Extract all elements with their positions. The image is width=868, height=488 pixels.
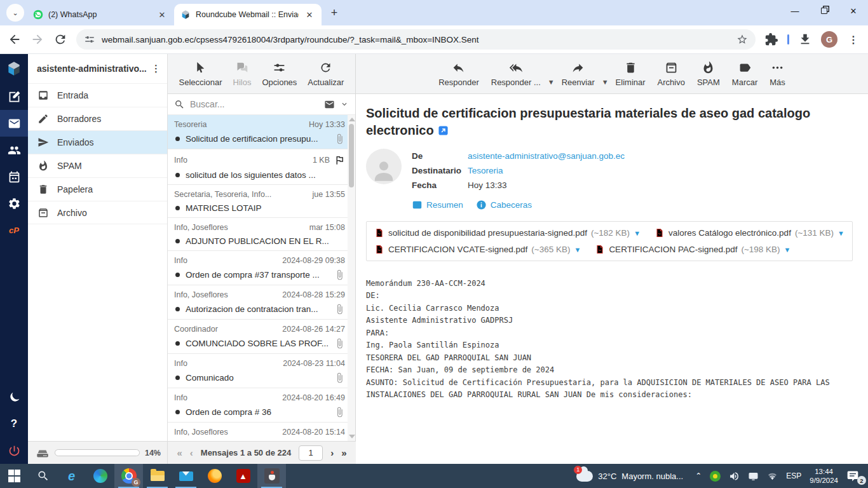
select-button[interactable]: Seleccionar [179,61,222,87]
folder-item-archivo[interactable]: Archivo [28,201,167,224]
address-bar[interactable]: webmail.sanjuan.gob.ec/cpsess4792618004/… [76,29,756,50]
tab-close-icon[interactable]: ✕ [304,9,315,20]
message-list-item[interactable]: Info 1 KB solicitud de los siguientes da… [168,149,348,185]
display-tray-icon[interactable] [748,471,759,482]
roundcube-logo[interactable] [0,54,28,83]
reply-all-button[interactable]: Responder ... [491,61,541,87]
attachment-link[interactable]: valores Catálogo electrónico.pdf (~131 K… [654,227,844,238]
nav-contacts-button[interactable] [0,137,28,163]
nav-cpanel-button[interactable]: cP [0,217,28,243]
folder-item-entrada[interactable]: Entrada [28,83,167,107]
to-address-link[interactable]: Tesoreria [468,163,503,178]
reply-all-caret-icon[interactable]: ▼ [548,78,555,86]
message-list-item[interactable]: Info, Joseflores mar 15:08 ADJUNTO PUBLI… [168,218,348,251]
language-indicator[interactable]: ESP [786,471,801,480]
message-list-item[interactable]: Info, Joseflores 2024-08-20 15:14 [168,423,348,441]
tab-whatsapp[interactable]: (2) WhatsApp ✕ [27,4,174,25]
list-scrollbar[interactable] [348,115,355,441]
archive-button[interactable]: Archivo [658,61,685,87]
notifications-button[interactable]: 2 [846,470,862,482]
scrollbar-thumb[interactable] [349,124,354,187]
prev-page-button[interactable]: ‹ [190,447,193,458]
bookmark-star-icon[interactable] [736,34,748,45]
headers-link[interactable]: Cabeceras [476,200,532,210]
forward-caret-icon[interactable]: ▼ [602,78,609,86]
first-page-button[interactable]: « [177,447,182,458]
taskbar-edge-button[interactable] [86,464,114,488]
reload-icon[interactable] [53,32,67,46]
search-scope-icon[interactable] [324,99,335,110]
taskbar-mail-button[interactable] [172,464,200,488]
flag-icon[interactable] [334,154,345,166]
start-button[interactable] [0,464,29,488]
profile-avatar[interactable]: G [821,31,837,48]
forward-icon[interactable] [31,32,44,46]
tab-roundcube[interactable]: Roundcube Webmail :: Enviados ✕ [174,4,322,25]
message-list-item[interactable]: Info 2024-08-29 09:38 Orden de compra #3… [168,251,348,285]
minimize-button[interactable]: — [780,0,810,22]
new-tab-button[interactable]: + [325,4,343,22]
folder-item-borradores[interactable]: Borradores [28,107,167,130]
help-button[interactable]: ? [0,410,28,437]
folder-item-enviados[interactable]: Enviados [28,130,167,154]
antivirus-tray-icon[interactable] [710,471,721,482]
message-list-item[interactable]: Info, Joseflores 2024-08-28 15:29 Autori… [168,285,348,320]
message-list-item[interactable]: Info 2024-08-23 11:04 Comunicado [168,354,348,388]
message-list-item[interactable]: Info 2024-08-20 16:49 Orden de compra # … [168,388,348,423]
taskbar-clock[interactable]: 13:44 9/9/2024 [810,467,838,485]
wifi-icon[interactable] [767,471,778,482]
logout-button[interactable] [0,437,28,464]
message-list-item[interactable]: Tesoreria Hoy 13:33 Solicitud de certifi… [168,115,348,149]
taskbar-ie-button[interactable]: e [57,464,86,488]
tray-expand-icon[interactable]: ⌃ [695,471,702,480]
folder-item-spam[interactable]: SPAM [28,154,167,177]
search-options-chevron-icon[interactable] [340,100,349,109]
folder-options-icon[interactable]: ⋮ [151,63,161,74]
open-in-new-window-icon[interactable] [438,125,449,136]
message-list-item[interactable]: Secretaria, Tesoreria, Info... jue 13:55… [168,185,348,218]
taskbar-java-button[interactable] [257,464,286,488]
attachment-link[interactable]: CERTIFICACION PAC-signed.pdf (~198 KB) ▼ [595,244,790,255]
spam-button[interactable]: SPAM [697,61,720,87]
reply-button[interactable]: Responder [438,61,479,87]
next-page-button[interactable]: › [330,447,334,458]
restore-button[interactable] [810,0,839,22]
last-page-button[interactable]: » [341,447,346,458]
summary-link[interactable]: Resumen [412,200,463,210]
volume-icon[interactable] [729,471,740,482]
attachment-menu-icon[interactable]: ▼ [837,229,844,237]
attachment-menu-icon[interactable]: ▼ [634,229,641,237]
nav-settings-button[interactable] [0,190,28,217]
dark-mode-button[interactable] [0,384,28,410]
from-address-link[interactable]: asistente-administrativo@sanjuan.gob.ec [468,149,625,163]
refresh-button[interactable]: Actualizar [308,61,344,87]
forward-button[interactable]: Reenviar [562,61,595,87]
message-list-item[interactable]: Coordinador 2024-08-26 14:27 COMUNCIADO … [168,320,348,354]
taskbar-firefox-button[interactable] [200,464,229,488]
more-button[interactable]: Más [770,61,785,87]
taskbar-chrome-button[interactable]: G [114,464,143,488]
delete-button[interactable]: Eliminar [616,61,646,87]
taskbar-search-button[interactable] [29,464,57,488]
folder-item-papelera[interactable]: Papelera [28,177,167,201]
nav-mail-button[interactable] [0,110,28,137]
tab-search-button[interactable]: ⌄ [6,4,24,22]
search-input[interactable] [190,99,319,109]
extensions-icon[interactable] [764,32,778,46]
attachment-menu-icon[interactable]: ▼ [784,246,791,254]
attachment-link[interactable]: solicitud de disponibilidad presupuestar… [374,227,641,238]
browser-menu-icon[interactable]: ⋮ [846,32,860,46]
options-button[interactable]: Opciones [262,61,297,87]
compose-button[interactable] [0,83,28,110]
taskbar-explorer-button[interactable] [143,464,172,488]
weather-widget[interactable]: 1 32°C Mayorm. nubla... [573,471,687,482]
tab-close-icon[interactable]: ✕ [156,9,168,20]
threads-button[interactable]: Hilos [233,61,252,87]
taskbar-acrobat-button[interactable]: ▲ [229,464,257,488]
page-input[interactable] [299,445,323,461]
downloads-icon[interactable] [798,32,812,46]
attachment-link[interactable]: CERTIFICACION VCATE-signed.pdf (~365 KB)… [374,244,581,255]
close-button[interactable]: ✕ [839,0,868,22]
attachment-menu-icon[interactable]: ▼ [574,246,581,254]
mark-button[interactable]: Marcar [732,61,757,87]
